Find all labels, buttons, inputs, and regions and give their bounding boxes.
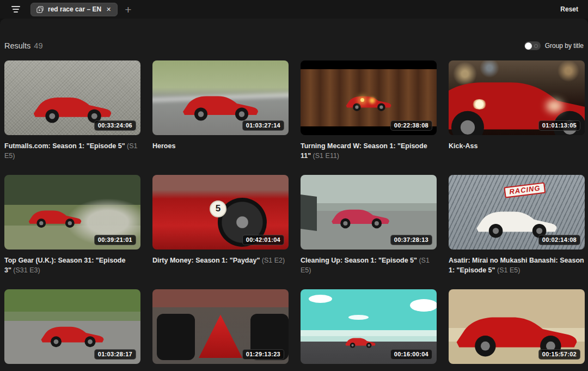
video-card[interactable]: 00:16:00:04 xyxy=(301,289,437,371)
video-card[interactable]: 00:02:14:08 RACING Asatir: Mirai no Muka… xyxy=(449,175,585,279)
video-thumbnail[interactable]: 00:22:38:08 xyxy=(301,60,437,135)
plus-icon[interactable]: + xyxy=(125,4,131,15)
video-title[interactable]: Cleaning Up: Season 1: "Episode 5" (S1 E… xyxy=(301,256,437,279)
results-grid: 00:33:24:06 Futmalls.com: Season 1: "Epi… xyxy=(4,60,585,371)
video-card[interactable]: 00:33:24:06 Futmalls.com: Season 1: "Epi… xyxy=(4,60,140,165)
timecode-badge: 00:39:21:01 xyxy=(94,235,136,245)
video-title[interactable]: Asatir: Mirai no Mukashi Banashi: Season… xyxy=(449,256,585,279)
video-title-text: Dirty Money: Season 1: "Payday" xyxy=(152,257,260,264)
video-title[interactable]: Turning Mecard W: Season 1: "Episode 11"… xyxy=(301,141,437,165)
scene-decoration xyxy=(360,98,364,102)
timecode-badge: 00:15:57:02 xyxy=(538,349,580,360)
video-episode-suffix: (S1 E11) xyxy=(311,152,339,160)
car-illustration xyxy=(30,88,115,125)
video-card[interactable]: 00:37:28:13 Cleaning Up: Season 1: "Epis… xyxy=(301,175,437,279)
video-thumbnail[interactable]: 00:33:24:06 xyxy=(4,60,140,135)
timecode-badge: 00:02:14:08 xyxy=(538,235,580,245)
timecode-badge: 01:03:27:14 xyxy=(242,120,284,131)
scene-decoration xyxy=(301,194,317,231)
car-illustration xyxy=(39,319,107,349)
video-card[interactable]: 01:03:27:14 Heroes xyxy=(152,60,289,165)
video-title[interactable]: Futmalls.com: Season 1: "Episode 5" (S1 … xyxy=(4,141,140,165)
video-thumbnail[interactable]: 01:03:28:17 xyxy=(4,289,140,364)
video-title[interactable]: Kick-Ass xyxy=(449,141,585,165)
video-title[interactable]: Heroes xyxy=(152,141,289,165)
timecode-badge: 00:37:28:13 xyxy=(390,235,432,245)
timecode-badge: 00:22:38:08 xyxy=(390,120,432,131)
car-illustration xyxy=(329,203,392,230)
video-thumbnail[interactable]: 00:39:21:01 xyxy=(4,175,140,250)
video-thumbnail[interactable]: 01:01:13:05 xyxy=(449,60,585,135)
timecode-badge: 01:29:13:23 xyxy=(242,349,284,360)
video-thumbnail[interactable]: 00:15:57:02 xyxy=(449,289,585,364)
results-count: 49 xyxy=(34,41,42,50)
video-title-text: Kick-Ass xyxy=(449,142,478,150)
video-title-text: Heroes xyxy=(152,142,175,150)
group-by-title-toggle[interactable] xyxy=(524,41,541,50)
video-episode-suffix: (S1 E5) xyxy=(495,266,520,274)
timecode-badge: 00:42:01:04 xyxy=(242,235,284,245)
car-illustration xyxy=(344,91,393,113)
video-card[interactable]: 01:29:13:23 xyxy=(152,289,289,371)
video-thumbnail[interactable]: 01:03:27:14 xyxy=(152,60,289,135)
timecode-badge: 00:16:00:04 xyxy=(390,349,432,360)
car-illustration xyxy=(180,87,261,123)
video-episode-suffix: (S1 E2) xyxy=(260,257,285,264)
video-card[interactable]: 01:01:13:05 Kick-Ass xyxy=(449,60,585,165)
reset-button[interactable]: Reset xyxy=(560,5,578,13)
timecode-badge: 01:03:28:17 xyxy=(94,349,136,360)
timecode-badge: 00:33:24:06 xyxy=(94,120,136,131)
video-episode-suffix: (S31 E3) xyxy=(11,266,40,274)
close-icon[interactable]: ✕ xyxy=(105,5,112,14)
video-card[interactable]: 00:15:57:02 xyxy=(449,289,585,371)
video-thumbnail[interactable]: 01:29:13:23 xyxy=(152,289,289,364)
video-title-text: Futmalls.com: Season 1: "Episode 5" xyxy=(4,142,125,150)
results-panel: Results 49 Group by title 00:33:24:06 Fu… xyxy=(0,19,588,371)
timecode-badge: 01:01:13:05 xyxy=(538,120,580,131)
video-card[interactable]: 01:03:28:17 xyxy=(4,289,140,371)
car-illustration xyxy=(344,334,377,349)
car-number-decal: 5 xyxy=(210,200,226,217)
search-tab-label: red race car – EN xyxy=(48,5,101,13)
video-thumbnail[interactable]: 00:42:01:04 5 xyxy=(152,175,289,250)
video-thumbnail[interactable]: 00:16:00:04 xyxy=(301,289,437,364)
results-header: Results 49 Group by title xyxy=(4,19,585,50)
scene-decoration xyxy=(309,295,332,303)
video-thumbnail[interactable]: 00:02:14:08 RACING xyxy=(449,175,585,250)
filter-list-icon[interactable] xyxy=(10,3,22,15)
topbar: red race car – EN ✕ + Reset xyxy=(0,0,588,19)
racing-banner-decal: RACING xyxy=(504,182,546,198)
results-label: Results xyxy=(4,41,30,50)
video-card[interactable]: 00:39:21:01 Top Gear (U.K.): Season 31: … xyxy=(4,175,140,279)
video-title-text: Cleaning Up: Season 1: "Episode 5" xyxy=(301,257,417,264)
car-illustration xyxy=(26,204,83,229)
video-title[interactable]: Top Gear (U.K.): Season 31: "Episode 3" … xyxy=(4,256,140,279)
video-thumbnail[interactable]: 00:37:28:13 xyxy=(301,175,437,250)
video-title[interactable]: Dirty Money: Season 1: "Payday" (S1 E2) xyxy=(152,256,289,279)
scene-decoration xyxy=(157,314,195,360)
group-by-title-label: Group by title xyxy=(545,42,584,50)
group-by-title-control: Group by title xyxy=(524,41,584,50)
clip-collection-icon xyxy=(36,5,44,14)
video-card[interactable]: 00:22:38:08 Turning Mecard W: Season 1: … xyxy=(301,60,437,165)
search-tab[interactable]: red race car – EN ✕ xyxy=(30,3,118,16)
video-card[interactable]: 00:42:01:04 5 Dirty Money: Season 1: "Pa… xyxy=(152,175,289,279)
